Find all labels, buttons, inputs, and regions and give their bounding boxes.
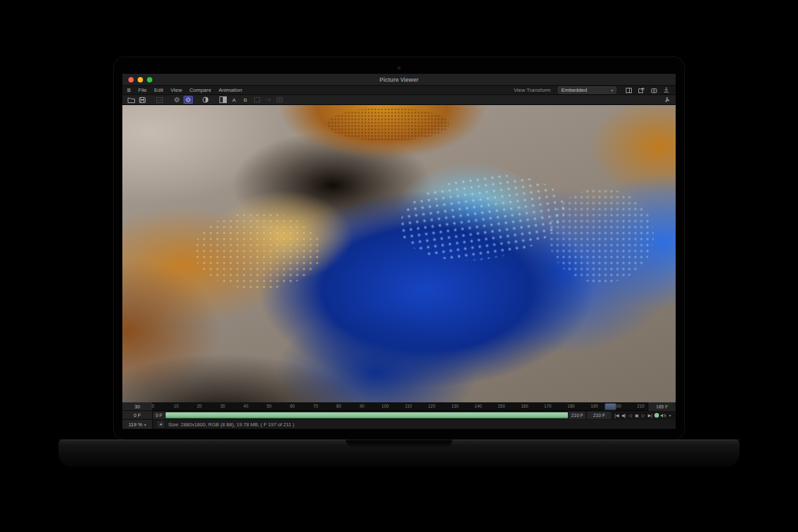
menubar: ≡ FileEditViewCompareAnimation View Tran… bbox=[122, 86, 676, 95]
macbook-base bbox=[59, 440, 739, 467]
compare-a-button[interactable]: A bbox=[229, 96, 239, 104]
render-fan-icon[interactable] bbox=[662, 96, 672, 104]
ruler-tick: 70 bbox=[313, 404, 318, 408]
bubble-texture-gold bbox=[194, 212, 321, 289]
status-expand-button[interactable]: ◂ bbox=[157, 421, 164, 428]
zoom-level-field[interactable]: 119 % ▾ bbox=[122, 420, 153, 429]
playhead[interactable] bbox=[604, 403, 616, 410]
sound-button[interactable] bbox=[660, 412, 666, 419]
range-start-chip[interactable]: 0 F bbox=[153, 412, 165, 419]
ruler-tick: 50 bbox=[267, 404, 271, 408]
ruler-end-field[interactable]: 185 F bbox=[648, 402, 676, 411]
zoom-caret-icon: ▾ bbox=[144, 422, 146, 427]
record-dot-icon bbox=[654, 413, 659, 418]
view-transform-value: Embedded bbox=[561, 87, 587, 93]
contrast-icon[interactable] bbox=[201, 96, 210, 104]
ruler-tick: 140 bbox=[475, 404, 482, 408]
webcam-dot bbox=[398, 66, 401, 70]
speckle-texture-orange bbox=[327, 108, 449, 140]
transport-options-caret[interactable]: ▾ bbox=[667, 412, 673, 419]
timeline-range-row: 0 F 0 F 210 F 210 F |◀◀|◁▣▷▶| ▾ bbox=[122, 411, 676, 420]
link-icon-disabled bbox=[263, 96, 273, 104]
bubble-texture-blue bbox=[394, 166, 571, 271]
ruler-tick: 130 bbox=[452, 404, 459, 408]
camera-icon[interactable] bbox=[649, 86, 658, 94]
transport-controls: |◀◀|◁▣▷▶| ▾ bbox=[612, 411, 676, 420]
preview-range-track[interactable]: 0 F 210 F bbox=[153, 411, 586, 420]
menu-item[interactable]: File bbox=[138, 87, 147, 93]
current-frame-field[interactable]: 210 F bbox=[587, 412, 611, 419]
menu-item[interactable]: Edit bbox=[154, 87, 164, 93]
ruler-tick: 190 bbox=[591, 404, 598, 408]
timeline-ruler-row: 30 0102030405060708090100110120130140150… bbox=[122, 402, 676, 411]
ruler-tick: 80 bbox=[336, 404, 341, 408]
cached-frames-bar bbox=[166, 412, 568, 418]
zoom-button[interactable] bbox=[147, 77, 152, 82]
close-button[interactable] bbox=[128, 77, 134, 82]
window-title: Picture Viewer bbox=[122, 76, 676, 83]
ruler-tick: 170 bbox=[544, 404, 551, 408]
transport-button[interactable]: ▶| bbox=[647, 412, 653, 419]
zoom-level-value: 119 % bbox=[128, 422, 142, 428]
compare-split-icon[interactable] bbox=[218, 96, 227, 104]
swap-icon-disabled bbox=[252, 96, 261, 104]
transport-button[interactable]: |◀ bbox=[614, 412, 620, 419]
settings-gear-icon[interactable] bbox=[172, 96, 182, 104]
view-transform-label: View Transform bbox=[514, 87, 551, 93]
ruler-tick: 100 bbox=[382, 404, 389, 408]
macbook-screen: Picture Viewer ≡ FileEditViewCompareAnim… bbox=[113, 57, 685, 440]
export-icon[interactable] bbox=[636, 86, 646, 94]
ruler-tick: 120 bbox=[428, 404, 436, 408]
fps-field[interactable]: 30 bbox=[122, 402, 153, 411]
ruler-tick: 20 bbox=[197, 404, 201, 408]
menu-item[interactable]: Compare bbox=[190, 87, 211, 93]
ruler-tick: 160 bbox=[521, 404, 528, 408]
transport-button[interactable]: ◀| bbox=[620, 412, 626, 419]
menu-item[interactable]: View bbox=[171, 87, 182, 93]
save-icon[interactable] bbox=[138, 96, 147, 104]
histogram-icon-disabled bbox=[155, 96, 164, 104]
loop-record-button[interactable] bbox=[654, 412, 660, 419]
picture-viewer-window: Picture Viewer ≡ FileEditViewCompareAnim… bbox=[122, 74, 676, 429]
bubble-texture-right bbox=[549, 188, 654, 283]
status-text: Size: 2880x1800, RGB (8 Bit), 19.78 MB, … bbox=[168, 422, 295, 428]
range-end-chip[interactable]: 210 F bbox=[569, 412, 586, 419]
filter-gear-icon-selected[interactable] bbox=[184, 96, 193, 104]
minimize-button[interactable] bbox=[138, 77, 143, 82]
render-viewport bbox=[122, 105, 676, 402]
toolbar: A B bbox=[122, 95, 676, 105]
ruler-tick: 0 bbox=[152, 404, 154, 408]
ruler-tick: 180 bbox=[567, 404, 575, 408]
hamburger-icon[interactable]: ≡ bbox=[127, 87, 131, 94]
download-icon[interactable] bbox=[662, 86, 671, 94]
ruler-tick: 150 bbox=[498, 404, 505, 408]
panel-icon[interactable] bbox=[624, 86, 633, 94]
transport-button[interactable]: ▷ bbox=[640, 412, 646, 419]
status-row: 119 % ▾ ◂ Size: 2880x1800, RGB (8 Bit), … bbox=[122, 420, 676, 429]
transport-button[interactable]: ▣ bbox=[634, 412, 640, 419]
frame-ruler[interactable]: 0102030405060708090100110120130140150160… bbox=[153, 402, 648, 411]
ruler-tick: 30 bbox=[220, 404, 225, 408]
range-start-field[interactable]: 0 F bbox=[122, 411, 153, 420]
open-folder-icon[interactable] bbox=[126, 96, 136, 104]
titlebar: Picture Viewer bbox=[122, 74, 676, 86]
ruler-tick: 90 bbox=[360, 404, 364, 408]
ruler-tick: 210 bbox=[637, 404, 644, 408]
menu-item[interactable]: Animation bbox=[219, 87, 243, 93]
compare-b-button[interactable]: B bbox=[241, 96, 250, 104]
ruler-tick: 40 bbox=[243, 404, 248, 408]
chevron-down-icon: ▾ bbox=[611, 88, 613, 92]
ruler-tick: 10 bbox=[174, 404, 178, 408]
ruler-tick: 60 bbox=[290, 404, 295, 408]
grid-icon-disabled bbox=[275, 96, 284, 104]
transport-button[interactable]: ◁ bbox=[627, 412, 633, 419]
view-transform-select[interactable]: Embedded ▾ bbox=[558, 86, 616, 94]
ruler-tick: 110 bbox=[405, 404, 412, 408]
